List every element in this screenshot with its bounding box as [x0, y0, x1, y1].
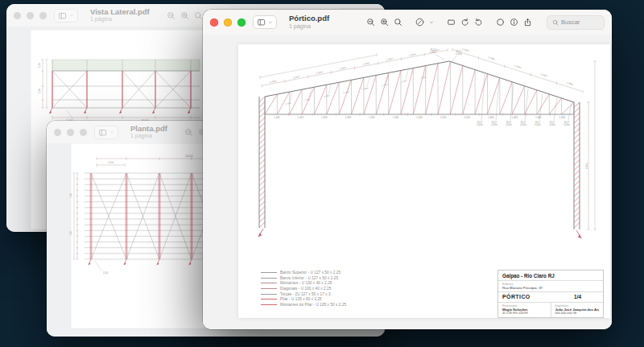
window-controls	[210, 19, 246, 27]
svg-text:1,484: 1,484	[416, 116, 423, 119]
svg-text:1,484: 1,484	[321, 116, 328, 119]
rotate-right-button[interactable]	[474, 18, 483, 27]
rotate-left-button[interactable]	[460, 18, 469, 27]
svg-text:1,5m: 1,5m	[69, 193, 72, 198]
svg-text:1,500: 1,500	[103, 271, 109, 275]
engineer-name: João José Joaquim dos Anj	[555, 308, 600, 312]
svg-text:1,48m: 1,48m	[420, 75, 427, 79]
svg-text:1,5m: 1,5m	[38, 88, 41, 93]
sidebar-toggle-button[interactable]	[253, 15, 277, 29]
svg-text:M-12: M-12	[521, 121, 526, 124]
svg-text:0,40m: 0,40m	[491, 123, 497, 126]
minimize-button[interactable]	[27, 12, 34, 19]
company-doc: 42.528.995.100/99	[502, 312, 547, 315]
legend-swatch	[261, 294, 277, 295]
legend-item: Pilar - U 135 x 60 x 2,25	[261, 297, 346, 302]
svg-text:M-12: M-12	[564, 121, 570, 124]
svg-text:M-12: M-12	[477, 121, 483, 124]
sidebar-icon	[58, 11, 67, 20]
maximize-button[interactable]	[237, 19, 246, 27]
legend: Banzo Superior - U 127 x 50 x 2,25 Banzo…	[261, 271, 346, 307]
window-title: Pórtico.pdf	[289, 14, 329, 23]
svg-text:1,484: 1,484	[440, 116, 447, 119]
svg-text:0,40m: 0,40m	[456, 52, 462, 56]
svg-text:0,40m: 0,40m	[477, 123, 483, 126]
address-row: Endereço Rua Mariano Procópio, 37	[498, 281, 603, 292]
svg-text:M-12: M-12	[506, 121, 512, 124]
drawing-sheet: 1,48m1,48m1,48m1,48m1,48m1,48m1,48m1,48m…	[238, 44, 610, 318]
zoom-out-button[interactable]	[167, 11, 175, 20]
svg-text:1,48m: 1,48m	[343, 90, 350, 94]
sidebar-toggle-button[interactable]	[94, 126, 118, 139]
legend-item: Diagonais - U 100 x 40 x 2,25	[261, 287, 346, 291]
svg-text:1,5m: 1,5m	[38, 62, 41, 68]
window-subtitle: 1 página	[289, 23, 329, 30]
zoom-out-button[interactable]	[184, 128, 193, 137]
chevron-down-icon	[69, 13, 74, 18]
legend-swatch	[261, 304, 277, 305]
legend-item: Banzo Inferior - U 127 x 50 x 2,25	[261, 276, 346, 281]
svg-text:1,48m: 1,48m	[285, 101, 292, 105]
svg-text:1,48m: 1,48m	[566, 81, 574, 87]
share-button[interactable]	[523, 18, 532, 27]
markup-button[interactable]	[415, 18, 424, 27]
text-box-button[interactable]	[447, 18, 456, 27]
pdf-canvas[interactable]: 1,48m1,48m1,48m1,48m1,48m1,48m1,48m1,48m…	[203, 35, 612, 329]
legend-swatch	[261, 288, 277, 289]
svg-text:0,40m: 0,40m	[564, 123, 570, 126]
svg-text:1,484: 1,484	[511, 116, 518, 119]
preview-window-portico[interactable]: Pórtico.pdf 1 página	[203, 10, 612, 329]
legend-swatch	[261, 278, 277, 279]
svg-text:0,40m: 0,40m	[520, 123, 526, 126]
magnify-button[interactable]	[394, 18, 402, 27]
svg-text:1,484: 1,484	[488, 116, 494, 119]
redact-button[interactable]	[496, 18, 505, 27]
chevron-down-icon[interactable]	[429, 20, 434, 25]
legend-item: Montantes - U 100 x 40 x 2,25	[261, 281, 346, 286]
engineer-doc: 000.000.000-98	[555, 312, 600, 315]
chevron-down-icon	[268, 20, 273, 25]
minimize-button[interactable]	[224, 19, 232, 27]
svg-text:1,48m: 1,48m	[304, 97, 312, 101]
zoom-out-button[interactable]	[366, 18, 375, 27]
svg-text:0,40m: 0,40m	[535, 123, 541, 126]
info-button[interactable]	[510, 18, 518, 27]
legend-swatch	[261, 272, 277, 273]
window-controls	[14, 12, 47, 19]
chevron-down-icon	[109, 130, 114, 134]
svg-text:1,5m: 1,5m	[69, 231, 72, 236]
svg-text:1,48m: 1,48m	[382, 83, 389, 87]
svg-text:1,484: 1,484	[369, 116, 375, 119]
sidebar-icon	[257, 18, 266, 27]
window-subtitle: 1 página	[130, 133, 167, 139]
svg-text:1,48m: 1,48m	[362, 86, 369, 90]
window-controls	[54, 129, 87, 136]
engineer-cell: Engenheiro João José Joaquim dos Anj 000…	[551, 303, 604, 317]
search-field[interactable]: Buscar	[547, 15, 605, 30]
close-button[interactable]	[14, 12, 21, 19]
svg-text:1,48m: 1,48m	[514, 64, 522, 70]
svg-text:1,484: 1,484	[559, 116, 565, 119]
maximize-button[interactable]	[39, 12, 47, 19]
magnify-button[interactable]	[194, 11, 203, 20]
zoom-in-button[interactable]	[180, 11, 189, 20]
sidebar-icon	[98, 128, 107, 137]
svg-text:24,000: 24,000	[185, 155, 193, 158]
svg-text:6,0m: 6,0m	[585, 163, 588, 169]
svg-text:1,484: 1,484	[274, 116, 280, 119]
close-button[interactable]	[210, 19, 218, 27]
sidebar-toggle-button[interactable]	[54, 9, 78, 23]
sheet-number: 1/4	[574, 294, 581, 299]
maximize-button[interactable]	[80, 129, 87, 136]
titlebar[interactable]: Pórtico.pdf 1 página	[203, 10, 612, 35]
close-button[interactable]	[54, 129, 61, 136]
svg-text:0,40m: 0,40m	[549, 123, 555, 126]
minimize-button[interactable]	[67, 129, 74, 136]
svg-text:1,484: 1,484	[298, 116, 304, 119]
svg-text:1,484: 1,484	[464, 116, 470, 119]
project-title: Galpao - Rio Claro RJ	[498, 271, 603, 281]
svg-text:0,40m: 0,40m	[430, 51, 436, 54]
sheet-row: PÓRTICO 1/4	[498, 292, 603, 303]
zoom-in-button[interactable]	[380, 18, 389, 27]
window-title: Vista Lateral.pdf	[90, 8, 150, 17]
